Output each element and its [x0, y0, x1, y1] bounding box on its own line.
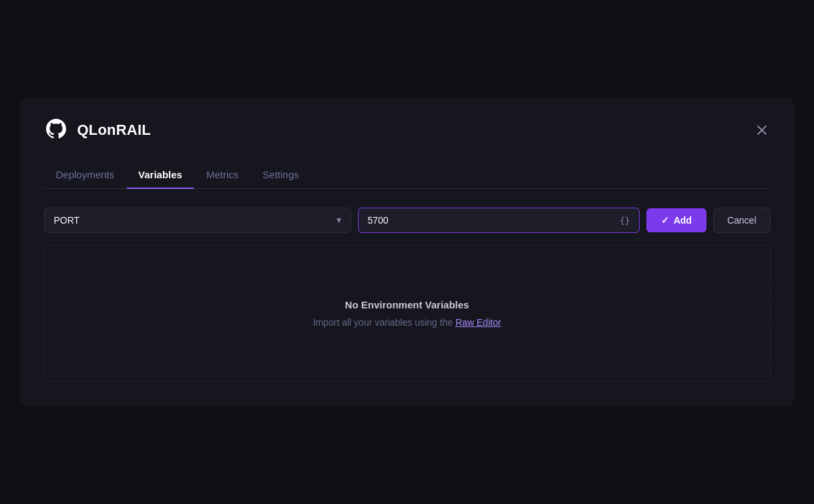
braces-button[interactable]: {}: [617, 214, 633, 227]
modal-container: QLonRAIL Deployments Variables Metrics S…: [20, 98, 795, 406]
variable-input-row: PORT ▼ {} ✓ Add Cancel: [44, 208, 771, 233]
checkmark-icon: ✓: [661, 215, 669, 226]
value-input[interactable]: [358, 208, 640, 233]
add-label: Add: [674, 215, 692, 226]
raw-editor-link[interactable]: Raw Editor: [455, 317, 501, 328]
close-button[interactable]: [753, 121, 771, 139]
value-input-wrapper: {}: [358, 208, 640, 233]
app-title: QLonRAIL: [77, 121, 151, 139]
tab-metrics[interactable]: Metrics: [194, 162, 250, 188]
cancel-button[interactable]: Cancel: [713, 208, 771, 233]
variable-select[interactable]: PORT: [44, 208, 351, 233]
add-button[interactable]: ✓ Add: [646, 208, 706, 232]
variable-select-wrapper: PORT ▼: [44, 208, 351, 233]
empty-state-subtitle: Import all your variables using the Raw …: [313, 317, 501, 328]
tab-settings[interactable]: Settings: [250, 162, 311, 188]
tab-variables[interactable]: Variables: [126, 162, 194, 188]
title-area: QLonRAIL: [44, 117, 151, 144]
empty-state-title: No Environment Variables: [345, 299, 469, 310]
tab-bar: Deployments Variables Metrics Settings: [44, 162, 771, 189]
tab-deployments[interactable]: Deployments: [44, 162, 127, 188]
modal-header: QLonRAIL: [44, 117, 771, 144]
github-icon: [44, 117, 68, 144]
empty-subtitle-prefix: Import all your variables using the: [313, 317, 455, 328]
empty-state-area: No Environment Variables Import all your…: [44, 245, 771, 382]
